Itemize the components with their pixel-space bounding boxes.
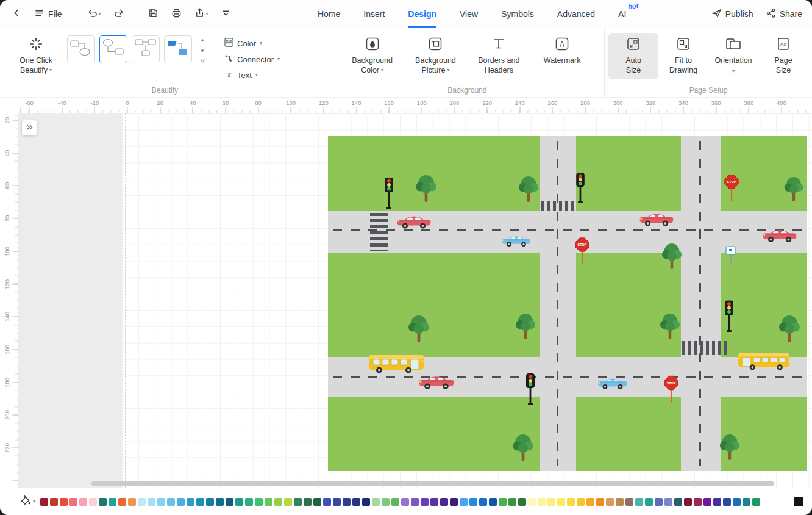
tree[interactable] xyxy=(511,432,535,463)
color-swatch[interactable] xyxy=(401,498,409,506)
color-swatch[interactable] xyxy=(304,498,312,506)
color-swatch[interactable] xyxy=(752,498,760,506)
background-picture-button[interactable]: BackgroundPicture▾ xyxy=(410,33,460,79)
color-swatch[interactable] xyxy=(596,498,604,506)
color-swatch[interactable] xyxy=(50,498,58,506)
color-swatch[interactable] xyxy=(128,498,136,506)
color-swatch[interactable] xyxy=(255,498,263,506)
color-swatch[interactable] xyxy=(157,498,165,506)
color-swatch[interactable] xyxy=(323,498,331,506)
tab-insert[interactable]: Insert xyxy=(361,0,387,28)
color-swatch[interactable] xyxy=(196,498,204,506)
color-swatch[interactable] xyxy=(743,498,750,506)
color-swatch[interactable] xyxy=(489,498,497,506)
export-button[interactable]: ▾ xyxy=(192,5,211,23)
gallery-expand-button[interactable] xyxy=(198,57,207,66)
color-swatch[interactable] xyxy=(450,498,458,506)
color-swatch[interactable] xyxy=(60,498,68,506)
city-block[interactable] xyxy=(328,253,540,357)
undo-button[interactable]: ▾ xyxy=(85,6,104,23)
beautify-style-1[interactable] xyxy=(67,35,95,63)
stop-sign[interactable]: STOP xyxy=(575,237,589,264)
gallery-down-button[interactable]: ▾ xyxy=(198,46,207,55)
tree[interactable] xyxy=(517,174,540,203)
tree[interactable] xyxy=(658,311,682,340)
color-swatch[interactable] xyxy=(118,498,126,506)
color-swatch[interactable] xyxy=(138,498,146,506)
color-swatch[interactable] xyxy=(713,498,721,506)
car-red[interactable] xyxy=(762,226,797,243)
tab-design[interactable]: Design xyxy=(405,0,439,28)
color-swatch[interactable] xyxy=(645,498,653,506)
school-bus[interactable] xyxy=(368,353,424,374)
color-swatch[interactable] xyxy=(479,498,487,506)
beautify-style-2[interactable] xyxy=(99,35,127,63)
color-swatch[interactable] xyxy=(733,498,741,506)
tab-view[interactable]: View xyxy=(457,0,480,28)
drawing-grid[interactable]: STOPSTOPSTOP xyxy=(122,113,812,488)
color-swatch[interactable] xyxy=(40,498,48,506)
color-swatch[interactable] xyxy=(538,498,546,506)
traffic-light[interactable] xyxy=(383,178,395,209)
color-swatch[interactable] xyxy=(391,498,399,506)
color-swatch[interactable] xyxy=(245,498,253,506)
color-swatch[interactable] xyxy=(79,498,87,506)
color-swatch[interactable] xyxy=(284,498,292,506)
tree[interactable] xyxy=(718,432,741,461)
color-swatch[interactable] xyxy=(333,498,341,506)
color-swatch[interactable] xyxy=(352,498,360,506)
color-swatch[interactable] xyxy=(343,498,351,506)
color-swatch[interactable] xyxy=(109,498,116,506)
stop-sign[interactable]: STOP xyxy=(664,375,678,403)
tab-symbols[interactable]: Symbols xyxy=(499,0,536,28)
color-swatch[interactable] xyxy=(577,498,585,506)
color-swatch[interactable] xyxy=(148,498,155,506)
canvas-area[interactable]: STOPSTOPSTOP xyxy=(18,113,812,488)
save-button[interactable] xyxy=(146,5,161,23)
tab-advanced[interactable]: Advanced xyxy=(555,0,597,28)
crosswalk[interactable] xyxy=(370,213,388,251)
tree[interactable] xyxy=(413,173,439,203)
beautify-style-4[interactable] xyxy=(164,35,192,63)
color-swatch[interactable] xyxy=(235,498,243,506)
color-dropdown[interactable]: Color ▾ xyxy=(222,37,282,50)
color-swatch[interactable] xyxy=(440,498,448,506)
color-swatch[interactable] xyxy=(567,498,575,506)
color-swatch[interactable] xyxy=(557,498,565,506)
color-swatch[interactable] xyxy=(460,498,468,506)
color-swatch[interactable] xyxy=(664,498,672,506)
color-swatch[interactable] xyxy=(528,498,536,506)
tree[interactable] xyxy=(660,241,683,270)
black-color-swatch[interactable] xyxy=(794,497,803,506)
color-swatch[interactable] xyxy=(655,498,663,506)
traffic-light[interactable] xyxy=(574,173,586,203)
tree[interactable] xyxy=(406,313,432,344)
color-swatch[interactable] xyxy=(469,498,477,506)
color-swatch[interactable] xyxy=(430,498,438,506)
color-swatch[interactable] xyxy=(187,498,194,506)
fit-to-drawing-button[interactable]: Fit toDrawing xyxy=(658,33,708,79)
traffic-light[interactable] xyxy=(723,300,735,333)
fill-color-button[interactable]: ▾ xyxy=(20,494,35,509)
horizontal-scrollbar-thumb[interactable] xyxy=(91,481,774,486)
crosswalk[interactable] xyxy=(541,201,575,211)
car-red[interactable] xyxy=(418,373,455,391)
color-swatch[interactable] xyxy=(313,498,321,506)
stop-sign[interactable]: STOP xyxy=(724,175,739,201)
color-swatch[interactable] xyxy=(547,498,555,506)
car-red[interactable] xyxy=(396,213,432,229)
tree[interactable] xyxy=(777,313,802,344)
color-swatch[interactable] xyxy=(99,498,107,506)
color-swatch[interactable] xyxy=(226,498,233,506)
color-swatch[interactable] xyxy=(508,498,516,506)
publish-button[interactable]: Publish xyxy=(711,8,753,20)
color-swatch[interactable] xyxy=(382,498,390,506)
color-swatch[interactable] xyxy=(684,498,692,506)
connector-dropdown[interactable]: Connector ▾ xyxy=(222,52,282,66)
collapse-ribbon-button[interactable] xyxy=(219,6,233,23)
expand-panel-button[interactable] xyxy=(22,120,37,135)
color-swatch[interactable] xyxy=(69,498,77,506)
color-swatch[interactable] xyxy=(586,498,594,506)
back-button[interactable] xyxy=(10,6,23,22)
color-swatch[interactable] xyxy=(625,498,633,506)
